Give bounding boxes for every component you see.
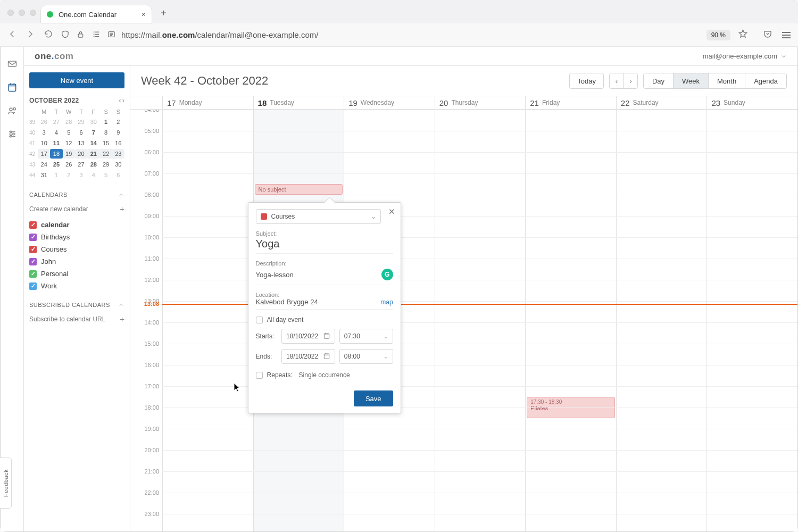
day-header[interactable]: 17Monday — [162, 96, 253, 109]
mini-day[interactable]: 4 — [87, 170, 99, 180]
view-week-button[interactable]: Week — [673, 73, 708, 88]
mini-day[interactable]: 1 — [50, 170, 62, 180]
calendar-list-item[interactable]: ✓ John — [29, 257, 124, 265]
create-calendar-row[interactable]: Create new calendar+ — [29, 204, 124, 213]
map-link[interactable]: map — [380, 298, 393, 306]
end-date-input[interactable]: 18/10/2022 — [281, 349, 335, 364]
lock-icon[interactable] — [76, 30, 85, 40]
day-header[interactable]: 21Friday — [525, 96, 616, 109]
calendar-list-item[interactable]: ✓ Personal — [29, 270, 124, 278]
rail-contacts-icon[interactable] — [1, 99, 24, 122]
day-header[interactable]: 22Saturday — [616, 96, 707, 109]
mini-day[interactable]: 5 — [63, 128, 75, 137]
mini-day[interactable]: 29 — [75, 117, 87, 127]
view-month-button[interactable]: Month — [708, 73, 745, 88]
mini-day[interactable]: 6 — [112, 170, 124, 180]
description-input[interactable]: Yoga-lesson — [256, 271, 294, 279]
zoom-badge[interactable]: 90 % — [706, 30, 730, 40]
calendars-section-label[interactable]: CALENDARS — [29, 192, 124, 198]
subscribe-url-row[interactable]: Subscribe to calendar URL+ — [29, 314, 124, 323]
subscribed-section-label[interactable]: SUBSCRIBED CALENDARS — [29, 302, 124, 308]
view-agenda-button[interactable]: Agenda — [745, 73, 786, 88]
traffic-light-max[interactable] — [30, 10, 36, 16]
mini-day[interactable]: 2 — [112, 117, 124, 127]
next-week-button[interactable]: › — [624, 73, 637, 88]
location-input[interactable]: Kalvebod Brygge 24 — [256, 298, 376, 306]
all-day-checkbox[interactable] — [256, 317, 263, 323]
tab-close-icon[interactable]: × — [142, 10, 146, 19]
mini-day[interactable]: 22 — [99, 149, 112, 159]
view-day-button[interactable]: Day — [644, 73, 673, 88]
mini-day[interactable]: 6 — [75, 128, 87, 137]
mini-day[interactable]: 30 — [87, 117, 99, 127]
mini-day[interactable]: 18 — [50, 149, 62, 159]
mini-day[interactable]: 28 — [63, 117, 75, 127]
mini-prev-icon[interactable]: ‹ — [119, 97, 121, 104]
mini-day[interactable]: 25 — [50, 160, 62, 169]
mini-day[interactable]: 26 — [63, 160, 75, 169]
menu-icon[interactable] — [782, 30, 791, 40]
mini-day[interactable]: 26 — [38, 117, 50, 127]
calendar-list-item[interactable]: ✓ Birthdays — [29, 233, 124, 241]
reload-icon[interactable] — [44, 29, 53, 41]
mini-day[interactable]: 15 — [99, 138, 112, 148]
mini-day[interactable]: 5 — [99, 170, 112, 180]
feedback-tab[interactable]: Feedback — [0, 458, 12, 509]
calendar-event[interactable]: No subject — [255, 184, 343, 195]
mini-day[interactable]: 2 — [63, 170, 75, 180]
new-event-button[interactable]: New event — [29, 72, 124, 88]
repeats-checkbox[interactable] — [256, 372, 263, 379]
url-bar[interactable]: https://mail.one.com/calendar/mail@one-e… — [61, 30, 699, 40]
mini-day[interactable]: 12 — [63, 138, 75, 148]
forward-icon[interactable] — [26, 29, 35, 41]
save-button[interactable]: Save — [354, 390, 393, 406]
grammarly-icon[interactable]: G — [381, 269, 393, 280]
mini-day[interactable]: 19 — [63, 149, 75, 159]
mini-day[interactable]: 14 — [87, 138, 99, 148]
mini-day[interactable]: 1 — [99, 117, 112, 127]
mini-day[interactable]: 30 — [112, 160, 124, 169]
popup-close-icon[interactable]: ✕ — [388, 207, 395, 217]
mini-day[interactable]: 9 — [112, 128, 124, 137]
day-header[interactable]: 18Tuesday — [253, 96, 344, 109]
mini-day[interactable]: 11 — [50, 138, 62, 148]
calendar-checkbox[interactable]: ✓ — [29, 282, 37, 290]
all-day-row[interactable]: All day event — [256, 316, 393, 323]
mini-day[interactable]: 20 — [75, 149, 87, 159]
user-menu[interactable]: mail@one-example.com — [703, 52, 787, 60]
back-icon[interactable] — [7, 29, 17, 41]
calendar-list-item[interactable]: ✓ Work — [29, 282, 124, 290]
calendar-select[interactable]: Courses ⌄ — [256, 209, 381, 224]
mini-day[interactable]: 29 — [99, 160, 112, 169]
repeats-row[interactable]: Repeats: Single occurrence — [256, 371, 393, 379]
mini-day[interactable]: 27 — [50, 117, 62, 127]
day-header[interactable]: 19Wednesday — [344, 96, 435, 109]
calendar-checkbox[interactable]: ✓ — [29, 246, 37, 253]
day-header[interactable]: 23Sunday — [706, 96, 797, 109]
calendar-list-item[interactable]: ✓ Courses — [29, 245, 124, 253]
mini-day[interactable]: 7 — [87, 128, 99, 137]
start-time-input[interactable]: 07:30⌄ — [339, 329, 393, 344]
mini-day[interactable]: 8 — [99, 128, 112, 137]
permissions-icon[interactable] — [92, 30, 101, 40]
mini-day[interactable]: 28 — [87, 160, 99, 169]
rail-settings-icon[interactable] — [1, 122, 24, 146]
mini-day[interactable]: 23 — [112, 149, 124, 159]
mini-day[interactable]: 27 — [75, 160, 87, 169]
bookmark-icon[interactable] — [738, 29, 748, 41]
mini-day[interactable]: 13 — [75, 138, 87, 148]
calendar-checkbox[interactable]: ✓ — [29, 270, 37, 278]
reader-icon[interactable] — [107, 30, 116, 40]
rail-calendar-icon[interactable] — [1, 76, 24, 99]
calendar-checkbox[interactable]: ✓ — [29, 234, 37, 241]
calendar-checkbox[interactable]: ✓ — [29, 258, 37, 265]
mini-day[interactable]: 16 — [112, 138, 124, 148]
mini-day[interactable]: 31 — [38, 170, 50, 180]
pocket-icon[interactable] — [763, 29, 772, 41]
traffic-light-close[interactable] — [7, 10, 14, 16]
mini-day[interactable]: 10 — [38, 138, 50, 148]
mini-day[interactable]: 4 — [50, 128, 62, 137]
mini-day[interactable]: 21 — [87, 149, 99, 159]
today-button[interactable]: Today — [569, 73, 604, 89]
rail-mail-icon[interactable] — [1, 52, 24, 76]
